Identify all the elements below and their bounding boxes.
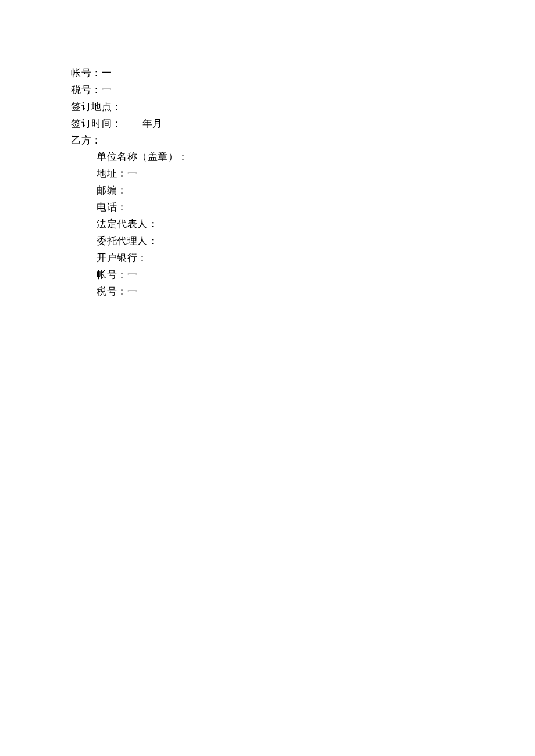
signing-time-line: 签订时间： 年月 xyxy=(71,116,535,132)
account-number-line: 帐号：一 xyxy=(71,65,535,82)
legal-representative-line: 法定代表人： xyxy=(71,216,535,233)
signing-place-line: 签订地点： xyxy=(71,99,535,116)
tax-number-b-line: 税号：一 xyxy=(71,284,535,300)
address-line: 地址：一 xyxy=(71,166,535,182)
bank-line: 开户银行： xyxy=(71,250,535,267)
authorized-agent-line: 委托代理人： xyxy=(71,233,535,250)
phone-line: 电话： xyxy=(71,199,535,216)
account-number-b-line: 帐号：一 xyxy=(71,267,535,284)
tax-number-line: 税号：一 xyxy=(71,82,535,99)
unit-name-line: 单位名称（盖章）： xyxy=(71,149,535,166)
postcode-line: 邮编： xyxy=(71,182,535,199)
party-b-line: 乙方： xyxy=(71,132,535,149)
